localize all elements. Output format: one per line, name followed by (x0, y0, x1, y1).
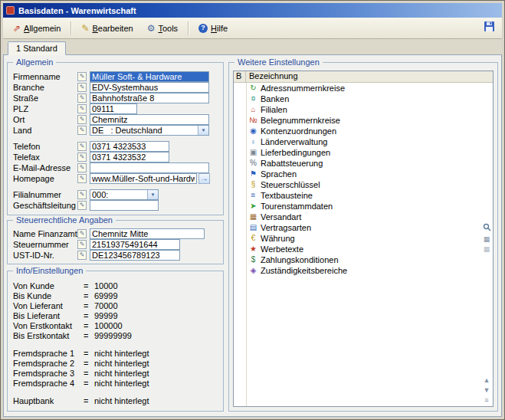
main-content: Allgemein Firmenname ✎ Branche ✎ Straße … (3, 54, 502, 417)
list-item[interactable]: ▤ Vertragsarten (234, 222, 493, 233)
chevron-down-icon[interactable]: ▼ (147, 190, 158, 199)
list-item-label: Zahlungskonditionen (261, 255, 339, 264)
list-item[interactable]: № Belegnummernkreise (234, 115, 493, 126)
firmenname-input[interactable] (90, 71, 209, 82)
list-item-icon: % (248, 159, 258, 167)
list-item-b-cell (234, 201, 246, 212)
group-weitere-einstellungen: Weitere Einstellungen B Bezeichnung ↻ Ad… (228, 62, 498, 412)
list-item-icon: ▣ (248, 149, 258, 156)
list-item-label: Länderverwaltung (261, 137, 327, 146)
branche-input[interactable] (90, 82, 209, 93)
strasse-input[interactable] (90, 93, 209, 103)
homepage-input[interactable] (90, 173, 197, 184)
edit-flag-icon[interactable]: ✎ (77, 174, 87, 183)
list-item-label: Währung (261, 234, 295, 243)
list-menu-icon[interactable]: ≡ (484, 397, 488, 404)
toolbar-separator (188, 21, 189, 35)
filialnummer-select[interactable]: 000: ▼ (90, 189, 159, 200)
tab-standard[interactable]: 1 Standard (8, 41, 66, 55)
email-input[interactable] (90, 162, 209, 173)
steuernummer-input[interactable] (90, 239, 180, 250)
grid-edit-icon[interactable]: ▦ (484, 246, 490, 253)
menu-allgemein[interactable]: ⇗ Allgemein (7, 21, 67, 36)
edit-flag-icon[interactable]: ✎ (77, 142, 87, 151)
list-item-icon: ⌂ (248, 106, 258, 113)
list-item[interactable]: ♁ Länderverwaltung (234, 136, 493, 147)
group-allgemein: Allgemein Firmenname ✎ Branche ✎ Straße … (7, 62, 224, 215)
edit-flag-icon[interactable]: ✎ (77, 190, 87, 199)
field-steuernummer: Steuernummer ✎ (13, 239, 218, 250)
open-homepage-button[interactable]: → (198, 173, 210, 184)
edit-flag-icon[interactable]: ✎ (77, 163, 87, 172)
edit-flag-icon[interactable]: ✎ (77, 229, 87, 238)
search-icon[interactable] (483, 223, 491, 233)
info-row-bis-kunde: Bis Kunde=69999 (13, 290, 218, 300)
edit-flag-icon[interactable]: ✎ (77, 94, 87, 103)
land-select[interactable]: DE : Deutschland ▼ (90, 125, 209, 136)
list-item[interactable]: § Steuerschlüssel (234, 179, 493, 190)
edit-flag-icon[interactable]: ✎ (77, 251, 87, 260)
list-item-icon: № (248, 116, 258, 124)
list-item[interactable]: ➤ Tourenstammdaten (234, 201, 493, 212)
edit-flag-icon[interactable]: ✎ (77, 240, 87, 249)
edit-flag-icon[interactable]: ✎ (77, 201, 87, 210)
list-item[interactable]: ◈ Zuständigkeitsbereiche (234, 265, 493, 276)
list-item[interactable]: ↻ Adressnummernkreise (234, 83, 493, 94)
list-item-b-cell (234, 222, 246, 233)
menu-tools[interactable]: ⚙ Tools (141, 21, 184, 36)
plz-input[interactable] (90, 103, 137, 114)
list-item[interactable]: ⌂ Filialen (234, 104, 493, 115)
column-header-b[interactable]: B (234, 71, 246, 82)
edit-flag-icon[interactable]: ✎ (77, 153, 87, 162)
field-firmenname: Firmenname ✎ (13, 71, 218, 82)
chevron-down-icon[interactable]: ▼ (198, 126, 208, 135)
list-item-b-cell (234, 147, 246, 158)
field-email: E-Mail-Adresse ✎ (13, 162, 218, 173)
telefax-input[interactable] (90, 152, 169, 162)
menu-tools-label: Tools (158, 24, 178, 33)
edit-flag-icon[interactable]: ✎ (77, 115, 87, 124)
title-bar[interactable]: Basisdaten - Warenwirtschaft (3, 3, 502, 18)
finanzamt-input[interactable] (90, 228, 205, 239)
info-row-bis-lieferant: Bis Lieferant=99999 (13, 310, 218, 320)
edit-flag-icon[interactable]: ✎ (77, 104, 87, 113)
edit-flag-icon[interactable]: ✎ (77, 126, 87, 135)
toolbar-separator (71, 21, 71, 35)
scroll-up-icon[interactable]: ▲ (484, 377, 490, 384)
menu-hilfe[interactable]: ? Hilfe (192, 21, 234, 36)
list-item[interactable]: ◉ Kontenzuordnungen (234, 126, 493, 136)
list-item-label: Filialen (261, 105, 287, 114)
ustid-input[interactable] (90, 250, 180, 261)
list-item[interactable]: ⚑ Sprachen (234, 169, 493, 179)
field-ort: Ort ✎ (13, 114, 218, 125)
list-item[interactable]: ≡ Textbausteine (234, 190, 493, 201)
list-item[interactable]: ▣ Lieferbedingungen (234, 147, 493, 158)
list-item-b-cell (234, 254, 246, 265)
list-item[interactable]: ★ Werbetexte (234, 244, 493, 254)
list-item[interactable]: % Rabattsteuerung (234, 158, 493, 169)
field-gap (13, 184, 218, 189)
column-header-bezeichnung[interactable]: Bezeichnung (246, 71, 493, 82)
save-button[interactable] (480, 18, 498, 38)
list-item[interactable]: ¤ Banken (234, 94, 493, 104)
list-item[interactable]: ▦ Versandart (234, 212, 493, 222)
geschaeftsleitung-input[interactable] (90, 200, 159, 211)
menu-bearbeiten[interactable]: ✎ Bearbeiten (75, 21, 139, 36)
scroll-down-icon[interactable]: ▼ (484, 387, 490, 394)
ort-input[interactable] (90, 114, 209, 125)
list-item[interactable]: $ Zahlungskonditionen (234, 254, 493, 265)
field-strasse: Straße ✎ (13, 93, 218, 103)
info-row-fremdsprache-3: Fremdsprache 3=nicht hinterlegt (13, 368, 218, 378)
list-item[interactable]: € Währung (234, 233, 493, 244)
telefon-label: Telefon (13, 142, 77, 151)
hilfe-icon: ? (198, 24, 208, 33)
branche-label: Branche (13, 83, 77, 92)
go-arrow-icon: → (201, 174, 208, 182)
list-item-label: Tourenstammdaten (261, 202, 333, 211)
grid-view-icon[interactable]: ▦ (484, 236, 490, 243)
tab-strip: 1 Standard (3, 39, 502, 55)
edit-flag-icon[interactable]: ✎ (77, 72, 87, 81)
app-icon (6, 6, 15, 15)
edit-flag-icon[interactable]: ✎ (77, 83, 87, 92)
telefon-input[interactable] (90, 141, 169, 152)
